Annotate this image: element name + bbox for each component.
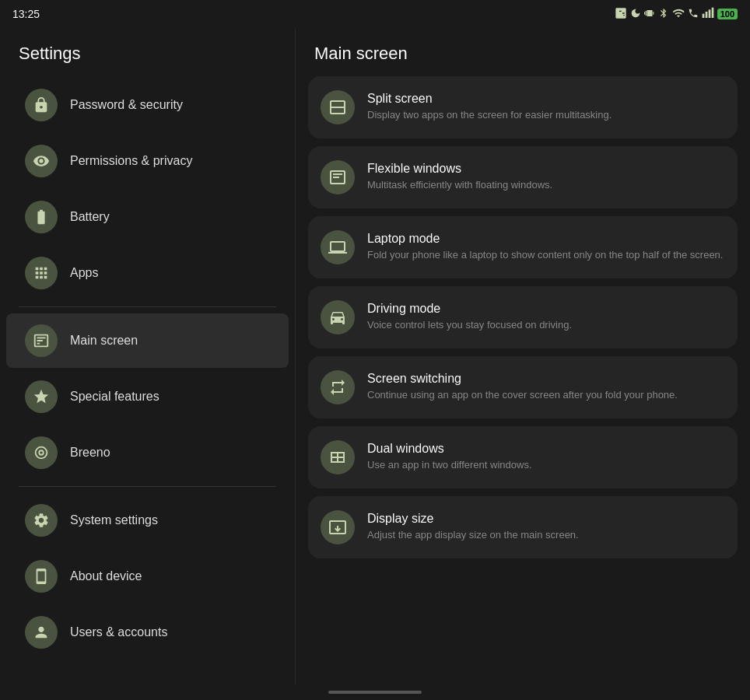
apps-icon [25, 257, 58, 289]
bottom-indicator [328, 691, 422, 694]
svg-rect-2 [708, 9, 710, 18]
sidebar-label-apps: Apps [70, 266, 98, 280]
screen-switching-icon [321, 370, 355, 404]
screen-switching-title: Screen switching [367, 372, 725, 386]
screen-switching-desc: Continue using an app on the cover scree… [367, 388, 725, 402]
sidebar-label-permissions-privacy: Permissions & privacy [70, 154, 192, 168]
svg-point-4 [36, 447, 47, 459]
sidebar-item-password-security[interactable]: Password & security [6, 78, 289, 132]
driving-mode-icon [321, 300, 355, 334]
sidebar-item-battery[interactable]: Battery [6, 190, 289, 244]
display-size-icon [321, 510, 355, 544]
split-screen-desc: Display two apps on the screen for easie… [367, 108, 725, 122]
status-time: 13:25 [12, 8, 40, 20]
flexible-windows-icon [321, 160, 355, 194]
feature-card-display-size[interactable]: Display size Adjust the app display size… [308, 496, 738, 558]
display-size-text: Display size Adjust the app display size… [367, 512, 725, 542]
feature-card-laptop-mode[interactable]: Laptop mode Fold your phone like a lapto… [308, 216, 738, 278]
sidebar-item-about-device[interactable]: About device [6, 549, 289, 604]
dual-windows-text: Dual windows Use an app in two different… [367, 442, 725, 472]
sidebar-label-users-accounts: Users & accounts [70, 625, 167, 639]
flexible-windows-text: Flexible windows Multitask efficiently w… [367, 162, 725, 192]
sidebar-label-battery: Battery [70, 210, 110, 224]
split-screen-icon [321, 90, 355, 124]
sidebar-title: Settings [0, 28, 295, 76]
bottom-bar [0, 684, 750, 700]
sidebar-label-system-settings: System settings [70, 513, 158, 527]
svg-rect-1 [705, 12, 707, 18]
sidebar-label-special-features: Special features [70, 390, 159, 404]
driving-mode-title: Driving mode [367, 302, 725, 316]
sidebar-item-apps[interactable]: Apps [6, 246, 289, 300]
flexible-windows-title: Flexible windows [367, 162, 725, 176]
nfc-icon [615, 7, 627, 22]
breeno-icon [25, 436, 58, 469]
moon-icon [630, 8, 641, 21]
main-content: Settings Password & security Permissions… [0, 28, 750, 684]
sidebar-item-permissions-privacy[interactable]: Permissions & privacy [6, 134, 289, 188]
battery-icon [25, 201, 58, 233]
about-device-icon [25, 560, 58, 593]
right-panel: Main screen Split screen Display two app… [296, 28, 750, 684]
sidebar-label-breeno: Breeno [70, 446, 110, 460]
feature-card-split-screen[interactable]: Split screen Display two apps on the scr… [308, 76, 738, 138]
screen-switching-text: Screen switching Continue using an app o… [367, 372, 725, 402]
sidebar-item-users-accounts[interactable]: Users & accounts [6, 605, 289, 660]
feature-card-screen-switching[interactable]: Screen switching Continue using an app o… [308, 356, 738, 418]
laptop-mode-desc: Fold your phone like a laptop to show co… [367, 248, 725, 262]
sidebar-divider-1 [19, 306, 276, 307]
split-screen-title: Split screen [367, 92, 725, 106]
sidebar-item-main-screen[interactable]: Main screen [6, 313, 289, 368]
svg-rect-0 [702, 13, 704, 17]
system-settings-icon [25, 504, 58, 537]
sidebar-item-system-settings[interactable]: System settings [6, 493, 289, 548]
sidebar-divider-2 [19, 486, 276, 487]
panel-title: Main screen [308, 44, 738, 64]
sidebar: Settings Password & security Permissions… [0, 28, 296, 684]
dual-windows-title: Dual windows [367, 442, 725, 456]
svg-rect-3 [711, 7, 713, 17]
main-screen-icon [25, 324, 58, 357]
laptop-mode-title: Laptop mode [367, 232, 725, 246]
battery-level: 100 [717, 9, 738, 19]
status-bar: 13:25 100 [0, 0, 750, 28]
users-accounts-icon [25, 616, 58, 649]
laptop-mode-icon [321, 230, 355, 264]
sidebar-label-password-security: Password & security [70, 98, 183, 112]
sidebar-item-special-features[interactable]: Special features [6, 369, 289, 424]
split-screen-text: Split screen Display two apps on the scr… [367, 92, 725, 122]
sidebar-label-main-screen: Main screen [70, 334, 138, 348]
vibrate-icon [644, 8, 655, 21]
flexible-windows-desc: Multitask efficiently with floating wind… [367, 178, 725, 192]
special-features-icon [25, 380, 58, 413]
status-icons: 100 [615, 7, 738, 22]
signal-icon [702, 7, 714, 22]
feature-card-dual-windows[interactable]: Dual windows Use an app in two different… [308, 426, 738, 488]
call-icon [688, 8, 699, 21]
dual-windows-icon [321, 440, 355, 474]
sidebar-item-breeno[interactable]: Breeno [6, 425, 289, 480]
permissions-privacy-icon [25, 145, 58, 177]
wifi-icon [672, 7, 685, 22]
sidebar-label-about-device: About device [70, 569, 142, 583]
driving-mode-text: Driving mode Voice control lets you stay… [367, 302, 725, 332]
display-size-desc: Adjust the app display size on the main … [367, 528, 725, 542]
driving-mode-desc: Voice control lets you stay focused on d… [367, 318, 725, 332]
dual-windows-desc: Use an app in two different windows. [367, 458, 725, 472]
laptop-mode-text: Laptop mode Fold your phone like a lapto… [367, 232, 725, 262]
feature-card-driving-mode[interactable]: Driving mode Voice control lets you stay… [308, 286, 738, 348]
password-security-icon [25, 89, 58, 121]
bluetooth-icon [658, 8, 669, 21]
display-size-title: Display size [367, 512, 725, 526]
feature-card-flexible-windows[interactable]: Flexible windows Multitask efficiently w… [308, 146, 738, 208]
